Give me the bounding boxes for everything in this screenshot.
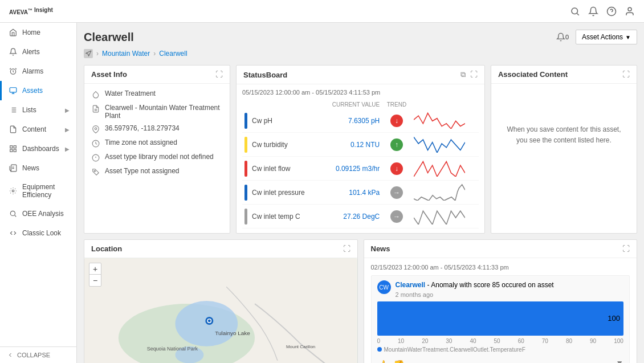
sidebar-item-content[interactable]: Content ▶ [0,120,76,139]
svg-rect-17 [10,149,13,152]
model-icon [91,153,100,162]
sidebar-item-home[interactable]: Home [0,23,76,42]
app-name: AVEVA™ Insight [9,7,53,15]
news-avatar: CW [377,280,391,294]
alarm-bell[interactable]: 0 [556,32,569,42]
axis-label: 0 [377,338,381,344]
news-asset-link[interactable]: Clearwell [396,281,426,289]
thumbs-up-icon[interactable]: 👍 [377,360,389,363]
asset-actions-button[interactable]: Asset Actions ▼ [576,30,637,44]
classic-icon [9,229,18,238]
sb-row-value: 0.12 NTU [319,133,382,157]
sidebar-item-assets-label: Assets [22,87,43,95]
news-expand-icon[interactable]: ▼ [616,358,623,363]
thumbs-down-icon[interactable]: 👎 [393,360,405,363]
news-icon [9,164,18,173]
external-link-icon[interactable]: ⧉ [460,70,466,79]
news-body: 02/15/2023 12:00:00 am - 05/15/2023 4:11… [364,258,637,363]
news-actions: 👍 👎 [377,360,405,363]
axis-label: 30 [446,338,452,344]
sidebar-item-news[interactable]: News [0,158,76,178]
sb-row-chart [411,157,479,181]
sb-row-chart [411,133,479,157]
sidebar-item-lists[interactable]: Lists ▶ [0,100,76,120]
news-dot [377,347,382,352]
axis-label: 80 [566,338,572,344]
assoc-content-icons: ⛶ [622,70,630,79]
news-header: News ⛶ [364,240,637,258]
bell-icon[interactable] [588,6,598,17]
col-trend-header: TREND [382,100,411,109]
sparkline-chart [414,111,465,129]
sidebar-item-oee-label: OEE Analysis [22,210,64,218]
svg-text:Sequoia National Park: Sequoia National Park [147,346,198,352]
sidebar-item-dashboards[interactable]: Dashboards ▶ [0,139,76,158]
bell-count: 0 [565,34,569,40]
sb-bar-cell [242,133,250,157]
fullscreen-icon-ac[interactable]: ⛶ [622,70,630,79]
sidebar-item-alarms[interactable]: Alarms [0,62,76,81]
bell-notification-icon [556,32,565,42]
svg-rect-15 [10,146,13,148]
asset-actions-label: Asset Actions [582,33,623,41]
sidebar-item-classic[interactable]: Classic Look [0,223,76,243]
map-container[interactable]: Tulainyo Lake Sequoia National Park Moun… [84,258,357,363]
svg-point-39 [208,319,211,322]
alarm-icon [9,67,18,76]
fullscreen-icon-news[interactable]: ⛶ [622,244,630,253]
trend-icon: ↓ [390,162,403,175]
sidebar-item-assets[interactable]: Assets [0,81,76,100]
sidebar-collapse[interactable]: COLLAPSE [0,346,76,363]
news-chart-value: 100 [608,314,620,323]
sb-row-chart [411,109,479,133]
collapse-icon [7,352,14,358]
topbar-actions [570,6,635,17]
ai-coords-text: 36.597976, -118.279734 [105,124,180,132]
zoom-out-button[interactable]: − [89,275,101,286]
asset-info-body: Water Treatment Clearwell - Mountain Wat… [84,84,230,187]
fullscreen-icon-loc[interactable]: ⛶ [343,244,350,253]
svg-point-35 [176,301,238,346]
svg-text:Tulainyo Lake: Tulainyo Lake [215,330,250,336]
sidebar-item-alerts[interactable]: Alerts [0,42,76,62]
sidebar-item-oee[interactable]: OEE Analysis [0,204,76,223]
sparkline-chart [414,134,465,153]
sb-row: Cw inlet flow 0.09125 m3/hr ↓ [242,157,479,181]
chevron-right-icon-3: ▶ [65,146,70,152]
sb-row: Cw turbidity 0.12 NTU ↑ [242,133,479,157]
trend-icon: ↑ [390,138,403,151]
home-icon [9,28,18,37]
sidebar-item-equipment[interactable]: Equipment Efficiency [0,178,76,204]
fullscreen-icon[interactable]: ⛶ [215,70,223,79]
sidebar-item-news-label: News [22,164,39,172]
ai-type: Asset Type not assigned [91,167,223,177]
content-area: Clearwell 0 Asset Actions ▼ › Mountain W… [77,23,644,363]
asset-info-card: Asset Info ⛶ Water Treatment [84,65,230,234]
zoom-in-button[interactable]: + [89,263,101,275]
sb-row-value: 7.6305 pH [319,109,382,133]
chevron-right-icon: ▶ [65,107,70,113]
sb-timerange: 05/15/2023 12:00:00 am - 05/15/2023 4:11… [242,89,479,96]
fullscreen-icon-sb[interactable]: ⛶ [470,70,478,79]
sb-row-value: 27.26 DegC [319,205,382,229]
breadcrumb-current: Clearwell [159,50,187,58]
news-icons: ⛶ [622,244,630,253]
sb-row-trend: ↓ [382,109,411,133]
search-icon[interactable] [570,6,580,17]
status-board-card: StatusBoard ⧉ ⛶ 05/15/2023 12:00:00 am -… [236,65,485,234]
dashboard-icon [9,144,18,153]
status-board-table: CURRENT VALUE TREND Cw pH 7.6305 pH ↓ [242,100,479,229]
sidebar-item-content-label: Content [22,125,46,133]
axis-label: 90 [590,338,596,344]
svg-rect-6 [10,88,17,92]
tag-icon [91,168,100,177]
ai-water-treatment: Water Treatment [91,89,223,99]
sb-row-value: 101.4 kPa [319,181,382,205]
trend-icon: ↓ [390,115,403,127]
breadcrumb-parent[interactable]: Mountain Water [102,50,150,58]
help-icon[interactable] [606,6,617,17]
news-item-content: Clearwell - Anomaly with score 85 occure… [396,280,554,298]
user-icon[interactable] [625,6,635,17]
axis-label: 20 [422,338,428,344]
svg-rect-16 [14,146,16,148]
